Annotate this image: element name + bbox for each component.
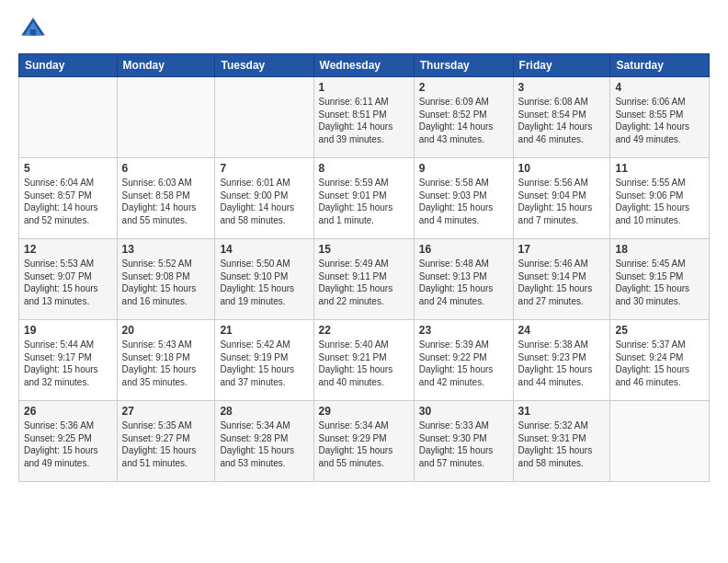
day-number: 16 — [419, 243, 508, 256]
day-number: 8 — [319, 162, 409, 175]
cell-content: Sunrise: 5:43 AM Sunset: 9:18 PM Dayligh… — [122, 339, 210, 388]
calendar-cell: 19Sunrise: 5:44 AM Sunset: 9:17 PM Dayli… — [19, 320, 118, 401]
day-of-week-header: Sunday — [19, 54, 118, 77]
day-number: 11 — [615, 162, 704, 175]
calendar-cell: 13Sunrise: 5:52 AM Sunset: 9:08 PM Dayli… — [117, 239, 215, 320]
calendar-cell: 11Sunrise: 5:55 AM Sunset: 9:06 PM Dayli… — [610, 158, 710, 239]
calendar-cell: 25Sunrise: 5:37 AM Sunset: 9:24 PM Dayli… — [610, 320, 710, 401]
calendar-cell: 2Sunrise: 6:09 AM Sunset: 8:52 PM Daylig… — [414, 77, 513, 158]
day-number: 26 — [24, 405, 112, 418]
calendar-cell: 1Sunrise: 6:11 AM Sunset: 8:51 PM Daylig… — [313, 77, 414, 158]
cell-content: Sunrise: 6:09 AM Sunset: 8:52 PM Dayligh… — [419, 96, 508, 145]
day-number: 1 — [319, 81, 409, 94]
calendar-cell: 30Sunrise: 5:33 AM Sunset: 9:30 PM Dayli… — [414, 401, 513, 482]
cell-content: Sunrise: 5:32 AM Sunset: 9:31 PM Dayligh… — [518, 419, 606, 469]
cell-content: Sunrise: 5:35 AM Sunset: 9:27 PM Dayligh… — [122, 419, 210, 469]
calendar-week-row: 19Sunrise: 5:44 AM Sunset: 9:17 PM Dayli… — [19, 320, 710, 401]
day-number: 27 — [122, 405, 210, 418]
day-of-week-header: Saturday — [610, 54, 710, 77]
calendar-cell: 12Sunrise: 5:53 AM Sunset: 9:07 PM Dayli… — [19, 239, 118, 320]
cell-content: Sunrise: 6:08 AM Sunset: 8:54 PM Dayligh… — [518, 96, 606, 145]
calendar-cell: 20Sunrise: 5:43 AM Sunset: 9:18 PM Dayli… — [117, 320, 215, 401]
cell-content: Sunrise: 6:04 AM Sunset: 8:57 PM Dayligh… — [24, 177, 112, 226]
cell-content: Sunrise: 5:52 AM Sunset: 9:08 PM Dayligh… — [122, 258, 210, 307]
cell-content: Sunrise: 5:55 AM Sunset: 9:06 PM Dayligh… — [615, 177, 704, 226]
day-number: 9 — [419, 162, 508, 175]
calendar-week-row: 12Sunrise: 5:53 AM Sunset: 9:07 PM Dayli… — [19, 239, 710, 320]
calendar-cell: 8Sunrise: 5:59 AM Sunset: 9:01 PM Daylig… — [313, 158, 414, 239]
day-number: 23 — [419, 324, 508, 337]
cell-content: Sunrise: 5:45 AM Sunset: 9:15 PM Dayligh… — [615, 258, 704, 307]
cell-content: Sunrise: 5:56 AM Sunset: 9:04 PM Dayligh… — [518, 177, 606, 226]
day-number: 12 — [24, 243, 112, 256]
day-of-week-header: Tuesday — [215, 54, 313, 77]
day-of-week-header: Monday — [117, 54, 215, 77]
day-number: 10 — [518, 162, 606, 175]
calendar-cell: 6Sunrise: 6:03 AM Sunset: 8:58 PM Daylig… — [117, 158, 215, 239]
calendar-cell: 10Sunrise: 5:56 AM Sunset: 9:04 PM Dayli… — [513, 158, 610, 239]
day-number: 18 — [615, 243, 704, 256]
day-number: 6 — [122, 162, 210, 175]
calendar-cell: 18Sunrise: 5:45 AM Sunset: 9:15 PM Dayli… — [610, 239, 710, 320]
cell-content: Sunrise: 5:58 AM Sunset: 9:03 PM Dayligh… — [419, 177, 508, 226]
calendar: SundayMondayTuesdayWednesdayThursdayFrid… — [18, 53, 710, 482]
calendar-cell: 21Sunrise: 5:42 AM Sunset: 9:19 PM Dayli… — [215, 320, 313, 401]
calendar-cell: 17Sunrise: 5:46 AM Sunset: 9:14 PM Dayli… — [513, 239, 610, 320]
calendar-cell: 22Sunrise: 5:40 AM Sunset: 9:21 PM Dayli… — [313, 320, 414, 401]
calendar-cell: 14Sunrise: 5:50 AM Sunset: 9:10 PM Dayli… — [215, 239, 313, 320]
calendar-cell: 5Sunrise: 6:04 AM Sunset: 8:57 PM Daylig… — [19, 158, 118, 239]
header — [18, 15, 710, 44]
cell-content: Sunrise: 5:33 AM Sunset: 9:30 PM Dayligh… — [419, 419, 508, 469]
day-number: 17 — [518, 243, 606, 256]
calendar-header-row: SundayMondayTuesdayWednesdayThursdayFrid… — [19, 54, 710, 77]
day-number: 25 — [615, 324, 704, 337]
calendar-cell: 23Sunrise: 5:39 AM Sunset: 9:22 PM Dayli… — [414, 320, 513, 401]
calendar-cell: 7Sunrise: 6:01 AM Sunset: 9:00 PM Daylig… — [215, 158, 313, 239]
day-number: 5 — [24, 162, 112, 175]
cell-content: Sunrise: 5:42 AM Sunset: 9:19 PM Dayligh… — [220, 339, 308, 388]
calendar-cell: 4Sunrise: 6:06 AM Sunset: 8:55 PM Daylig… — [610, 77, 710, 158]
calendar-cell: 28Sunrise: 5:34 AM Sunset: 9:28 PM Dayli… — [215, 401, 313, 482]
cell-content: Sunrise: 5:39 AM Sunset: 9:22 PM Dayligh… — [419, 339, 508, 388]
day-number: 14 — [220, 243, 308, 256]
cell-content: Sunrise: 5:59 AM Sunset: 9:01 PM Dayligh… — [319, 177, 409, 226]
cell-content: Sunrise: 5:40 AM Sunset: 9:21 PM Dayligh… — [319, 339, 409, 388]
logo-icon — [18, 15, 48, 44]
calendar-cell: 9Sunrise: 5:58 AM Sunset: 9:03 PM Daylig… — [414, 158, 513, 239]
cell-content: Sunrise: 6:11 AM Sunset: 8:51 PM Dayligh… — [319, 96, 409, 145]
calendar-cell: 29Sunrise: 5:34 AM Sunset: 9:29 PM Dayli… — [313, 401, 414, 482]
cell-content: Sunrise: 5:37 AM Sunset: 9:24 PM Dayligh… — [615, 339, 704, 388]
cell-content: Sunrise: 6:03 AM Sunset: 8:58 PM Dayligh… — [122, 177, 210, 226]
day-number: 24 — [518, 324, 606, 337]
day-number: 28 — [220, 405, 308, 418]
calendar-cell: 15Sunrise: 5:49 AM Sunset: 9:11 PM Dayli… — [313, 239, 414, 320]
calendar-week-row: 26Sunrise: 5:36 AM Sunset: 9:25 PM Dayli… — [19, 401, 710, 482]
day-number: 15 — [319, 243, 409, 256]
calendar-cell: 16Sunrise: 5:48 AM Sunset: 9:13 PM Dayli… — [414, 239, 513, 320]
calendar-cell — [117, 77, 215, 158]
cell-content: Sunrise: 5:53 AM Sunset: 9:07 PM Dayligh… — [24, 258, 112, 307]
day-of-week-header: Friday — [513, 54, 610, 77]
calendar-cell — [610, 401, 710, 482]
calendar-week-row: 1Sunrise: 6:11 AM Sunset: 8:51 PM Daylig… — [19, 77, 710, 158]
day-number: 29 — [319, 405, 409, 418]
calendar-cell: 26Sunrise: 5:36 AM Sunset: 9:25 PM Dayli… — [19, 401, 118, 482]
cell-content: Sunrise: 5:34 AM Sunset: 9:28 PM Dayligh… — [220, 419, 308, 469]
cell-content: Sunrise: 6:06 AM Sunset: 8:55 PM Dayligh… — [615, 96, 704, 145]
day-number: 22 — [319, 324, 409, 337]
cell-content: Sunrise: 5:38 AM Sunset: 9:23 PM Dayligh… — [518, 339, 606, 388]
day-of-week-header: Wednesday — [313, 54, 414, 77]
day-of-week-header: Thursday — [414, 54, 513, 77]
cell-content: Sunrise: 6:01 AM Sunset: 9:00 PM Dayligh… — [220, 177, 308, 226]
day-number: 3 — [518, 81, 606, 94]
day-number: 4 — [615, 81, 704, 94]
day-number: 31 — [518, 405, 606, 418]
day-number: 21 — [220, 324, 308, 337]
cell-content: Sunrise: 5:50 AM Sunset: 9:10 PM Dayligh… — [220, 258, 308, 307]
cell-content: Sunrise: 5:34 AM Sunset: 9:29 PM Dayligh… — [319, 419, 409, 469]
day-number: 20 — [122, 324, 210, 337]
cell-content: Sunrise: 5:48 AM Sunset: 9:13 PM Dayligh… — [419, 258, 508, 307]
cell-content: Sunrise: 5:44 AM Sunset: 9:17 PM Dayligh… — [24, 339, 112, 388]
day-number: 30 — [419, 405, 508, 418]
cell-content: Sunrise: 5:36 AM Sunset: 9:25 PM Dayligh… — [24, 419, 112, 469]
